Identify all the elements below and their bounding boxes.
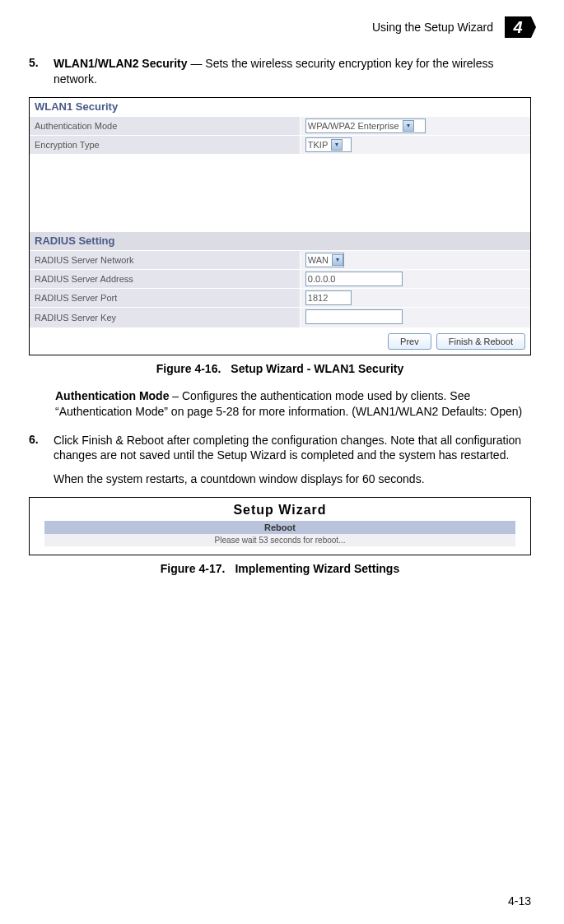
auth-mode-note: Authentication Mode – Configures the aut…: [55, 388, 531, 420]
step-5-number: 5.: [29, 56, 44, 87]
reboot-screenshot: Setup Wizard Reboot Please wait 53 secon…: [29, 497, 531, 555]
prev-button[interactable]: Prev: [388, 333, 431, 350]
figure-4-17-caption: Figure 4-17.Implementing Wizard Settings: [29, 562, 531, 575]
form-value-cell: WPA/WPA2 Enterprise▾: [300, 116, 530, 135]
form-label: RADIUS Server Address: [30, 269, 300, 288]
form-value-cell: 0.0.0.0: [300, 269, 530, 288]
radius-setting-title: RADIUS Setting: [30, 232, 530, 250]
text-input[interactable]: 0.0.0.0: [305, 272, 403, 286]
table-row: RADIUS Server Port1812: [30, 288, 530, 307]
chevron-down-icon: ▾: [403, 120, 414, 132]
table-row: Encryption TypeTKIP▾: [30, 135, 530, 154]
table-row: RADIUS Server Address0.0.0.0: [30, 269, 530, 288]
wlan-security-screenshot: WLAN1 Security Authentication ModeWPA/WP…: [29, 97, 531, 355]
reboot-bar: Reboot: [44, 521, 515, 534]
step-5: 5. WLAN1/WLAN2 Security — Sets the wirel…: [29, 56, 531, 87]
table-row: RADIUS Server Key: [30, 307, 530, 327]
form-label: RADIUS Server Key: [30, 307, 300, 327]
form-label: RADIUS Server Port: [30, 288, 300, 307]
wlan1-security-title: WLAN1 Security: [30, 98, 530, 116]
select-input[interactable]: WPA/WPA2 Enterprise▾: [305, 118, 426, 133]
step-6-para2: When the system restarts, a countdown wi…: [54, 471, 531, 487]
form-value-cell: 1812: [300, 288, 530, 307]
select-input[interactable]: WAN▾: [305, 253, 344, 267]
header-section-title: Using the Setup Wizard: [372, 21, 493, 34]
finish-reboot-button[interactable]: Finish & Reboot: [436, 333, 525, 350]
step-6-para1: Click Finish & Reboot after completing t…: [54, 433, 531, 464]
table-row: RADIUS Server NetworkWAN▾: [30, 250, 530, 269]
text-input[interactable]: 1812: [305, 290, 352, 305]
figure-4-16-caption: Figure 4-16.Setup Wizard - WLAN1 Securit…: [29, 362, 531, 375]
chevron-down-icon: ▾: [331, 139, 343, 151]
chapter-number-box: 4: [505, 16, 531, 38]
form-value-cell: WAN▾: [300, 250, 530, 269]
reboot-message: Please wait 53 seconds for reboot...: [44, 534, 515, 546]
page-number: 4-13: [508, 894, 531, 908]
form-label: Encryption Type: [30, 135, 300, 154]
chevron-down-icon: ▾: [332, 254, 343, 266]
reboot-setup-wizard-title: Setup Wizard: [44, 503, 515, 518]
form-value-cell: [300, 307, 530, 327]
step-6: 6. Click Finish & Reboot after completin…: [29, 433, 531, 488]
form-label: Authentication Mode: [30, 116, 300, 135]
table-row: Authentication ModeWPA/WPA2 Enterprise▾: [30, 116, 530, 135]
form-value-cell: TKIP▾: [300, 135, 530, 154]
select-input[interactable]: TKIP▾: [305, 137, 352, 152]
text-input[interactable]: [305, 309, 403, 324]
form-label: RADIUS Server Network: [30, 250, 300, 269]
step-5-lead: WLAN1/WLAN2 Security: [54, 57, 188, 70]
step-6-number: 6.: [29, 433, 44, 488]
